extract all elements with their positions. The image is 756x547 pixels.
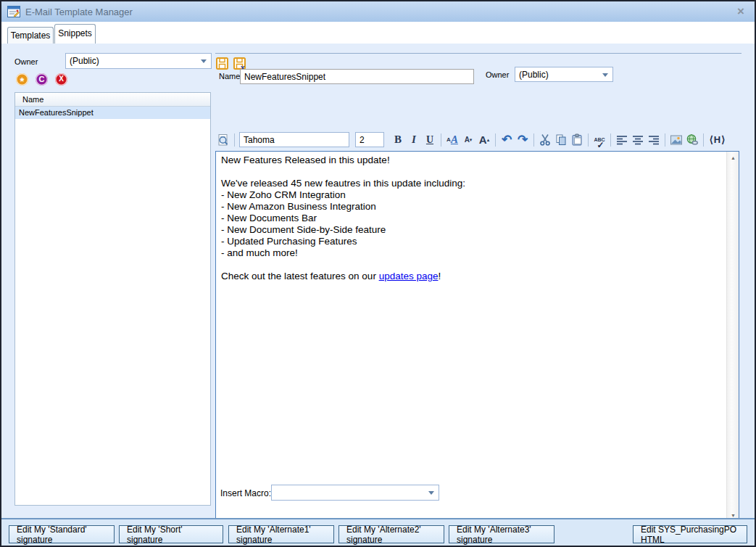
tab-strip: Templates Snippets [1, 22, 755, 44]
toolbar-separator [588, 133, 589, 147]
snippet-list: Name NewFeaturesSnippet [14, 92, 211, 506]
italic-icon[interactable]: I [406, 132, 422, 148]
edit-alternate1-signature-button[interactable]: Edit My 'Alternate1' signature [228, 525, 334, 543]
underline-icon[interactable]: U [422, 132, 438, 148]
grow-font-icon[interactable]: A▴ [476, 132, 492, 148]
undo-icon[interactable]: ↶ [499, 132, 515, 148]
copy-letter-icon: C [39, 75, 45, 83]
insert-image-icon[interactable] [668, 132, 684, 148]
closing-line: Check out the latest features on our upd… [221, 271, 726, 282]
insert-macro-label: Insert Macro: [220, 488, 271, 498]
close-icon[interactable]: × [737, 4, 744, 19]
scroll-up-icon[interactable]: ▲ [727, 152, 739, 164]
snippets-pane: Owner (Public) * C X Name NewFeaturesSni… [1, 44, 755, 518]
cut-icon[interactable] [537, 132, 553, 148]
toolbar-separator [610, 133, 611, 147]
tab-templates[interactable]: Templates [7, 27, 54, 44]
edit-sys-purchasingpo-html-button[interactable]: Edit SYS_PurchasingPO HTML [633, 525, 747, 543]
insert-link-icon[interactable] [684, 132, 700, 148]
toolbar-separator [234, 133, 235, 147]
paste-icon[interactable] [569, 132, 585, 148]
owner-select-right[interactable]: (Public) [515, 67, 613, 82]
snippet-list-header[interactable]: Name [15, 93, 210, 107]
asterisk-icon: * [20, 75, 25, 87]
html-view-icon[interactable]: ⟨H⟩ [707, 132, 728, 148]
copy-snippet-button[interactable]: C [36, 73, 48, 86]
toolbar-separator [533, 133, 534, 147]
chevron-down-icon [602, 73, 608, 77]
save-icon[interactable] [215, 57, 229, 70]
copy-icon[interactable] [553, 132, 569, 148]
owner-select-left[interactable]: (Public) [65, 53, 212, 69]
editor-toolbar: Tahoma 2 B I U AA A▾ A▴ ↶ ↷ [215, 130, 742, 149]
shrink-font-icon[interactable]: A▾ [460, 132, 476, 148]
edit-alternate3-signature-button[interactable]: Edit My 'Alternate3' signature [449, 525, 554, 543]
toolbar-separator [441, 133, 441, 147]
bold-icon[interactable]: B [390, 132, 406, 148]
updates-page-link[interactable]: updates page [379, 271, 439, 281]
font-size-select[interactable]: 2 [355, 132, 384, 147]
align-right-icon[interactable] [646, 132, 662, 148]
spellcheck-icon[interactable]: ABC ✓ [591, 132, 607, 148]
redo-icon[interactable]: ↷ [515, 132, 531, 148]
panel-separator [215, 53, 742, 54]
tab-snippets[interactable]: Snippets [54, 24, 96, 44]
toolbar-separator [495, 133, 496, 147]
toolbar-separator [703, 133, 704, 147]
font-color-icon[interactable]: AA [444, 132, 460, 148]
snippet-name-input[interactable]: NewFeaturesSnippet [240, 69, 474, 84]
editor-text: New Features Released in this update! We… [216, 152, 726, 522]
toolbar-separator [665, 133, 665, 147]
title-bar[interactable]: E-Mail Template Manager × [1, 1, 755, 22]
editor-scrollbar[interactable]: ▲ ▼ [726, 152, 739, 522]
x-icon: X [59, 75, 64, 83]
name-label: Name [219, 72, 240, 81]
footer-bar: Edit My 'Standard' signature Edit My 'Sh… [1, 519, 755, 547]
snippet-body-editor[interactable]: New Features Released in this update! We… [215, 151, 739, 522]
list-item[interactable]: NewFeaturesSnippet [15, 107, 210, 119]
edit-alternate2-signature-button[interactable]: Edit My 'Alternate2' signature [338, 525, 444, 543]
delete-snippet-button[interactable]: X [55, 73, 67, 86]
email-template-manager-window: E-Mail Template Manager × Templates Snip… [0, 0, 756, 547]
owner-label-left: Owner [14, 57, 38, 66]
font-name-select[interactable]: Tahoma [239, 132, 349, 147]
edit-standard-signature-button[interactable]: Edit My 'Standard' signature [9, 525, 115, 543]
align-center-icon[interactable] [630, 132, 646, 148]
chevron-down-icon [201, 59, 207, 63]
new-snippet-button[interactable]: * [16, 73, 28, 86]
edit-short-signature-button[interactable]: Edit My 'Short' signature [119, 525, 223, 543]
align-left-icon[interactable] [614, 132, 630, 148]
preview-icon[interactable] [215, 132, 231, 148]
app-email-icon [7, 6, 20, 17]
chevron-down-icon [428, 491, 434, 495]
owner-label-right: Owner [486, 70, 509, 79]
insert-macro-select[interactable] [271, 485, 439, 501]
window-title: E-Mail Template Manager [25, 7, 133, 17]
